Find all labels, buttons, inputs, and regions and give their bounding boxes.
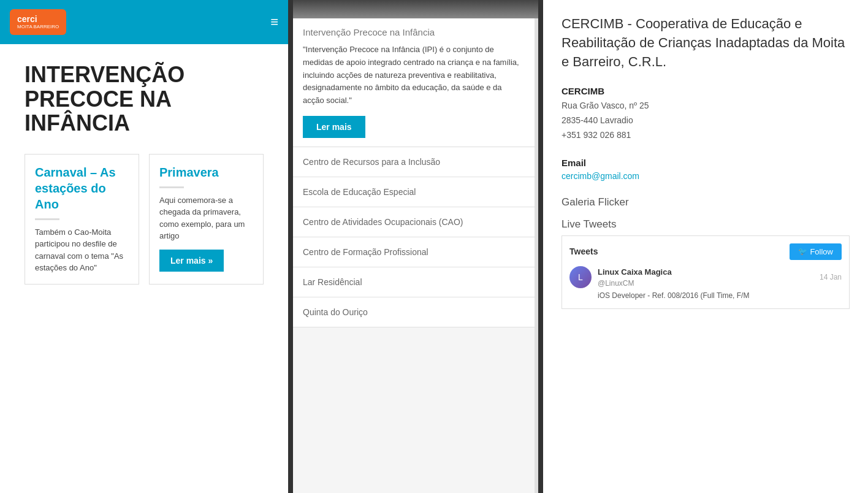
separator-1 [288,0,293,493]
email-link[interactable]: cercimb@gmail.com [562,171,639,181]
tweet-username: Linux Caixa Magica [598,267,672,277]
contact-name: CERCIMB [562,86,850,96]
cards-row: Carnaval – As estações do Ano Também o C… [25,154,264,285]
tweet-handle: @LinuxCM [598,279,634,288]
twitter-icon: 🐦 [798,247,807,256]
separator-2 [538,0,543,493]
hamburger-icon[interactable]: ≡ [270,14,278,30]
panel-middle: Intervenção Precoce na Infância "Interve… [293,0,538,493]
follow-button[interactable]: 🐦 Follow [790,243,842,260]
card-divider [35,218,59,220]
ler-mais-button[interactable]: Ler mais [303,116,365,138]
menu-item-4[interactable]: Lar Residêncial [293,267,535,297]
menu-item-0[interactable]: Centro de Recursos para a Inclusão [293,147,535,177]
panel-left: cerci MOITA BARREIRO ≡ INTERVENÇÃO PRECO… [0,0,288,493]
contact-address1: Rua Grão Vasco, nº 25 [562,99,850,113]
follow-label: Follow [810,247,833,256]
card-primavera-text: Aqui comemora-se a chegada da primavera,… [159,194,253,242]
contact-phone: +351 932 026 881 [562,128,850,143]
card-primavera-link[interactable]: Primavera [159,164,253,180]
contact-address2: 2835-440 Lavradio [562,113,850,128]
menu-item-5[interactable]: Quinta do Ouriço [293,297,535,327]
cerci-logo[interactable]: cerci MOITA BARREIRO [10,9,66,35]
logo-sub: MOITA BARREIRO [17,24,59,30]
tweet-text: iOS Developer - Ref. 008/2016 (Full Time… [598,291,842,301]
featured-text: "Intervenção Precoce na Infância (IPI) é… [303,44,525,107]
card-carnaval-text: Também o Cao-Moita participou no desfile… [35,226,129,274]
featured-title: Intervenção Precoce na Infância [303,27,525,37]
logo-text: cerci [17,14,59,24]
panel2-wrapper: Intervenção Precoce na Infância "Interve… [293,18,538,493]
panel1-content: INTERVENÇÃO PRECOCE NA INFÂNCIA Carnaval… [0,44,288,297]
tweets-header: Tweets 🐦 Follow [569,243,842,260]
contact-block: CERCIMB Rua Grão Vasco, nº 25 2835-440 L… [562,86,850,142]
tweets-label: Tweets [569,246,598,256]
top-image [293,0,538,18]
tweets-box: Tweets 🐦 Follow L Linux Caixa Magica @Li… [562,235,850,309]
menu-list: Centro de Recursos para a Inclusão Escol… [293,147,535,327]
tweet-row: L Linux Caixa Magica @LinuxCM 14 Jan iOS… [569,266,842,301]
card-primavera-btn[interactable]: Ler mais » [159,250,224,272]
card-carnaval: Carnaval – As estações do Ano Também o C… [25,154,139,285]
panel-right: CERCIMB - Cooperativa de Educação e Reab… [543,0,868,493]
email-label: Email [562,158,850,168]
menu-item-1[interactable]: Escola de Educação Especial [293,177,535,207]
tweet-content: Linux Caixa Magica @LinuxCM 14 Jan iOS D… [598,266,842,301]
gallery-heading[interactable]: Galeria Flicker [562,196,850,208]
panel3-content: CERCIMB - Cooperativa de Educação e Reab… [543,0,868,324]
header: cerci MOITA BARREIRO ≡ [0,0,288,44]
org-title: CERCIMB - Cooperativa de Educação e Reab… [562,15,850,71]
card-primavera: Primavera Aqui comemora-se a chegada da … [149,154,264,285]
page-title: INTERVENÇÃO PRECOCE NA INFÂNCIA [25,63,264,136]
tweet-user-line: Linux Caixa Magica @LinuxCM 14 Jan [598,266,842,288]
card-carnaval-link[interactable]: Carnaval – As estações do Ano [35,164,129,212]
featured-section: Intervenção Precoce na Infância "Interve… [293,18,535,147]
menu-item-3[interactable]: Centro de Formação Profissional [293,237,535,267]
menu-item-2[interactable]: Centro de Atividades Ocupacionais (CAO) [293,207,535,237]
tweet-avatar: L [569,266,592,288]
card-primavera-divider [159,186,184,188]
tweet-date: 14 Jan [820,273,842,281]
live-tweets-heading: Live Tweets [562,218,850,231]
email-block: Email cercimb@gmail.com [562,158,850,182]
panel2-main: Intervenção Precoce na Infância "Interve… [293,18,535,493]
